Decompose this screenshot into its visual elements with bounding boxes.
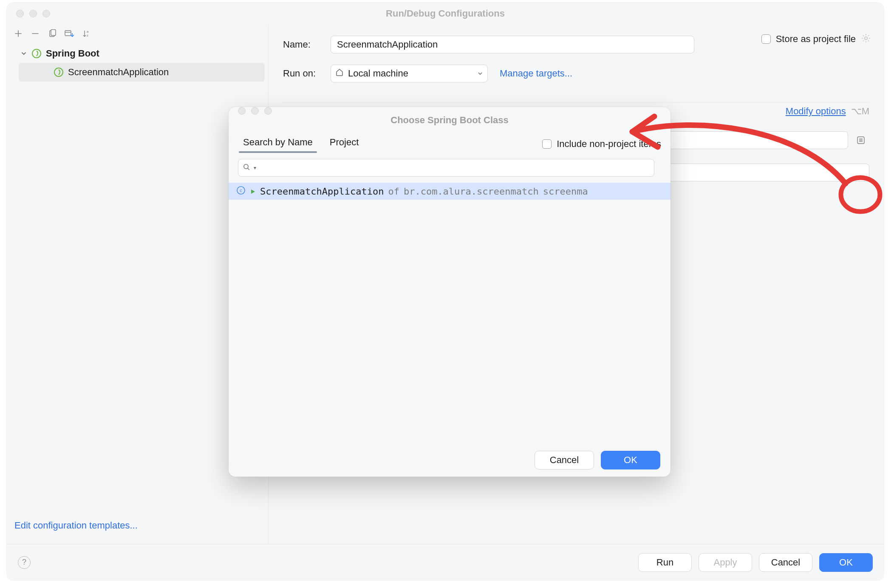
popup-ok-button[interactable]: OK bbox=[601, 451, 660, 469]
svg-point-7 bbox=[865, 37, 867, 40]
ok-button[interactable]: OK bbox=[819, 553, 873, 572]
result-package: br.com.alura.screenmatch bbox=[404, 186, 539, 197]
search-icon bbox=[243, 162, 250, 173]
name-label: Name: bbox=[283, 39, 331, 50]
result-separator: of bbox=[388, 186, 399, 197]
spring-boot-icon bbox=[54, 67, 64, 77]
run-on-label: Run on: bbox=[283, 68, 331, 79]
class-icon: c bbox=[236, 186, 246, 197]
edit-templates-link[interactable]: Edit configuration templates... bbox=[14, 520, 138, 531]
spring-boot-icon bbox=[31, 48, 42, 59]
tab-project[interactable]: Project bbox=[327, 134, 361, 153]
sort-configurations-button[interactable]: az bbox=[82, 29, 91, 38]
run-on-value: Local machine bbox=[348, 68, 408, 79]
modify-options-link[interactable]: Modify options bbox=[786, 106, 846, 117]
tree-node-spring-boot[interactable]: Spring Boot bbox=[15, 44, 268, 63]
main-dialog-title: Run/Debug Configurations bbox=[7, 8, 884, 19]
remove-configuration-button[interactable] bbox=[31, 29, 40, 38]
checkbox-label: Include non-project items bbox=[557, 139, 661, 150]
run-button[interactable]: Run bbox=[638, 553, 692, 572]
copy-configuration-button[interactable] bbox=[48, 29, 57, 38]
gear-icon[interactable] bbox=[861, 33, 871, 45]
svg-text:c: c bbox=[240, 188, 242, 193]
minimize-window-icon[interactable] bbox=[251, 107, 259, 115]
minimize-window-icon[interactable] bbox=[29, 10, 37, 17]
include-non-project-checkbox[interactable]: Include non-project items bbox=[542, 139, 661, 150]
apply-button[interactable]: Apply bbox=[699, 553, 752, 572]
sidebar-toolbar: az bbox=[7, 25, 268, 42]
svg-rect-2 bbox=[65, 31, 71, 36]
tree-node-label: Spring Boot bbox=[46, 48, 99, 59]
chevron-down-icon: ▾ bbox=[254, 165, 256, 171]
browse-class-button[interactable] bbox=[852, 132, 869, 149]
help-button[interactable]: ? bbox=[18, 556, 31, 569]
configuration-name-input[interactable] bbox=[331, 36, 694, 54]
main-titlebar: Run/Debug Configurations bbox=[7, 3, 884, 25]
chevron-down-icon bbox=[20, 51, 28, 57]
cancel-button[interactable]: Cancel bbox=[759, 553, 812, 572]
tree-node-screenmatch[interactable]: ScreenmatchApplication bbox=[19, 63, 265, 82]
chevron-down-icon bbox=[477, 68, 483, 79]
popup-cancel-button[interactable]: Cancel bbox=[535, 451, 594, 469]
result-class-name: ScreenmatchApplication bbox=[260, 186, 384, 197]
svg-point-9 bbox=[244, 164, 248, 169]
run-marker-icon bbox=[250, 186, 256, 197]
tab-search-by-name[interactable]: Search by Name bbox=[240, 134, 315, 153]
close-window-icon[interactable] bbox=[238, 107, 246, 115]
modify-options-shortcut: ⌥M bbox=[851, 106, 869, 117]
checkbox-label: Store as project file bbox=[776, 34, 856, 45]
popup-titlebar: Choose Spring Boot Class bbox=[229, 107, 670, 132]
svg-text:a: a bbox=[87, 30, 89, 34]
popup-title: Choose Spring Boot Class bbox=[229, 115, 670, 126]
configurations-tree: Spring Boot ScreenmatchApplication bbox=[7, 42, 268, 82]
search-results-list: c ScreenmatchApplication of br.com.alura… bbox=[229, 177, 670, 200]
home-icon bbox=[335, 68, 344, 79]
checkbox-icon bbox=[761, 34, 771, 44]
zoom-window-icon[interactable] bbox=[264, 107, 272, 115]
run-on-dropdown[interactable]: Local machine bbox=[331, 65, 488, 82]
popup-tabs: Search by Name Project bbox=[229, 134, 361, 153]
tree-node-label: ScreenmatchApplication bbox=[68, 67, 169, 78]
main-dialog-footer: ? Run Apply Cancel OK bbox=[7, 544, 884, 580]
list-item[interactable]: c ScreenmatchApplication of br.com.alura… bbox=[229, 183, 670, 200]
manage-targets-link[interactable]: Manage targets... bbox=[500, 68, 572, 79]
store-as-project-file-checkbox[interactable]: Store as project file bbox=[761, 34, 856, 45]
checkbox-icon bbox=[542, 139, 552, 149]
zoom-window-icon[interactable] bbox=[42, 10, 50, 17]
window-controls bbox=[7, 10, 50, 17]
svg-point-5 bbox=[32, 49, 41, 58]
close-window-icon[interactable] bbox=[16, 10, 24, 17]
svg-rect-1 bbox=[51, 30, 56, 36]
save-template-button[interactable] bbox=[65, 29, 74, 38]
svg-text:z: z bbox=[87, 34, 88, 37]
class-search-input[interactable]: ▾ bbox=[238, 159, 654, 177]
svg-point-6 bbox=[54, 68, 63, 76]
choose-class-dialog: Choose Spring Boot Class Search by Name … bbox=[229, 107, 670, 477]
result-module: screenma bbox=[543, 186, 588, 197]
add-configuration-button[interactable] bbox=[14, 29, 23, 38]
